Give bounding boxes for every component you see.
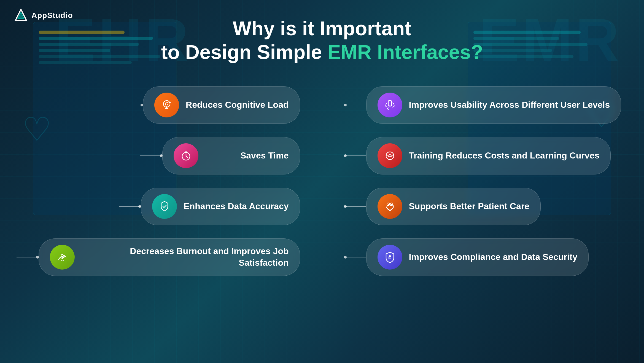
logo: AppStudio [14, 8, 73, 23]
item-reduces-cognitive-load: Reduces Cognitive Load [121, 86, 300, 124]
logo-text: AppStudio [31, 11, 73, 20]
item-improves-usability: Improves Usability Across Different User… [344, 86, 621, 124]
training-reduces-costs-label: Training Reduces Costs and Learning Curv… [409, 150, 600, 162]
title-line1: Why is it Important [161, 17, 483, 40]
right-column: Improves Usability Across Different User… [322, 86, 628, 276]
connector-compliance [344, 257, 366, 257]
improves-compliance-icon [378, 245, 402, 270]
appstudio-logo-icon [14, 8, 28, 23]
item-training-reduces-costs: Training Reduces Costs and Learning Curv… [344, 137, 611, 174]
content-columns: Reduces Cognitive Load [17, 86, 627, 276]
connector-training-reduces [344, 155, 366, 156]
item-supports-patient-care: Supports Better Patient Care [344, 188, 541, 225]
pill-improves-usability: Improves Usability Across Different User… [366, 86, 621, 124]
connector-patient-care [344, 206, 366, 207]
saves-time-label: Saves Time [205, 150, 289, 162]
connector-enhances-data [119, 206, 141, 207]
connector-improves-usability [344, 105, 366, 105]
improves-usability-icon [378, 93, 402, 117]
item-improves-compliance: Improves Compliance and Data Security [344, 238, 589, 276]
title-line2: to Design Simple EMR Interfaces? [161, 40, 483, 64]
connector-decreases-burnout [17, 257, 39, 257]
svg-point-4 [167, 104, 168, 105]
svg-point-17 [389, 257, 390, 258]
pill-enhances-data-accuracy: Enhances Data Accuracy [141, 188, 300, 225]
svg-rect-6 [165, 108, 168, 109]
pill-decreases-burnout: Decreases Burnout and Improves Job Satis… [39, 238, 300, 276]
pill-reduces-cognitive-load: Reduces Cognitive Load [143, 86, 300, 124]
reduces-cognitive-load-label: Reduces Cognitive Load [186, 99, 289, 111]
item-decreases-burnout: Decreases Burnout and Improves Job Satis… [17, 238, 300, 276]
svg-point-11 [389, 105, 390, 106]
svg-point-13 [389, 155, 391, 157]
enhances-data-accuracy-label: Enhances Data Accuracy [184, 201, 289, 212]
supports-patient-care-label: Supports Better Patient Care [409, 201, 529, 212]
item-enhances-data-accuracy: Enhances Data Accuracy [119, 188, 300, 225]
connector-saves-time [140, 155, 162, 156]
title-section: Why is it Important to Design Simple EMR… [161, 17, 483, 64]
svg-point-9 [61, 254, 63, 257]
title-line2-accent: EMR Interfaces? [327, 41, 483, 63]
pill-improves-compliance: Improves Compliance and Data Security [366, 238, 589, 276]
improves-usability-label: Improves Usability Across Different User… [409, 99, 610, 111]
pill-saves-time: Saves Time [162, 137, 300, 174]
improves-compliance-label: Improves Compliance and Data Security [409, 251, 578, 263]
training-reduces-costs-icon [378, 143, 402, 168]
connector-cognitive-load [121, 105, 143, 105]
left-column: Reduces Cognitive Load [17, 86, 322, 276]
pill-supports-patient-care: Supports Better Patient Care [366, 188, 541, 225]
main-container: AppStudio Why is it Important to Design … [0, 0, 644, 363]
saves-time-icon [174, 143, 198, 168]
supports-patient-care-icon [378, 194, 402, 219]
pill-training-reduces-costs: Training Reduces Costs and Learning Curv… [366, 137, 611, 174]
svg-point-3 [165, 104, 166, 105]
decreases-burnout-label: Decreases Burnout and Improves Job Satis… [81, 246, 289, 268]
reduces-cognitive-load-icon [154, 93, 179, 117]
item-saves-time: Saves Time [140, 137, 300, 174]
enhances-data-accuracy-icon [152, 194, 177, 219]
title-line2-prefix: to Design Simple [161, 41, 327, 63]
decreases-burnout-icon [50, 245, 75, 270]
